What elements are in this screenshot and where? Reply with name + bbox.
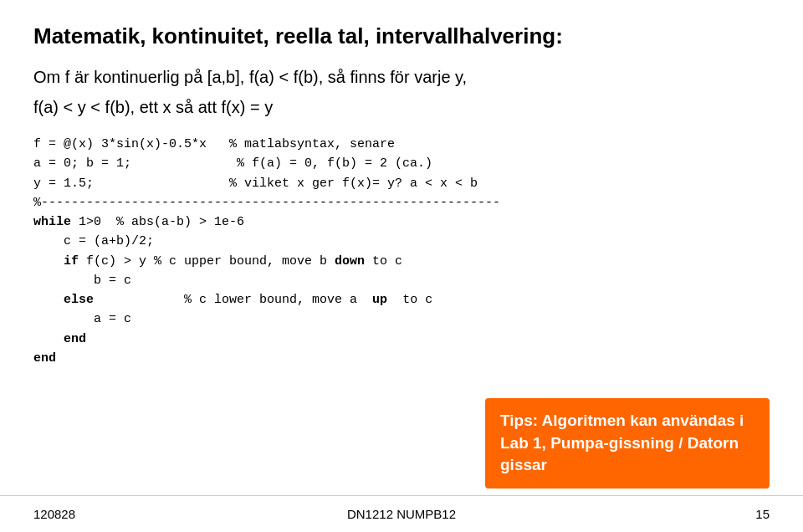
footer-left: 120828 (0, 507, 279, 521)
code-end2: end (33, 349, 770, 368)
code-end1: end (33, 330, 770, 349)
footer-right: 15 (524, 507, 803, 521)
theorem-line1: Om f är kontinuerlig på [a,b], f(a) < f(… (33, 64, 770, 90)
code-line-y: y = 1.5; % vilket x ger f(x)= y? a < x <… (33, 174, 770, 193)
slide-title: Matematik, kontinuitet, reella tal, inte… (33, 23, 770, 49)
slide-content: Matematik, kontinuitet, reella tal, inte… (0, 0, 803, 368)
footer-center: DN1212 NUMPB12 (279, 507, 524, 521)
code-line-f: f = @(x) 3*sin(x)-0.5*x % matlabsyntax, … (33, 135, 770, 154)
bottom-bar: 120828 DN1212 NUMPB12 15 (0, 495, 803, 532)
code-block: f = @(x) 3*sin(x)-0.5*x % matlabsyntax, … (33, 135, 770, 368)
code-divider: %---------------------------------------… (33, 193, 770, 212)
code-line-a: a = 0; b = 1; % f(a) = 0, f(b) = 2 (ca.) (33, 154, 770, 173)
theorem-line2: f(a) < y < f(b), ett x så att f(x) = y (33, 95, 770, 120)
code-b: b = c (33, 271, 770, 290)
code-else: else % c lower bound, move a up to c (33, 290, 770, 309)
code-a: a = c (33, 309, 770, 329)
code-c: c = (a+b)/2; (33, 232, 770, 251)
code-if: if f(c) > y % c upper bound, move b down… (33, 252, 770, 271)
code-while: while 1>0 % abs(a-b) > 1e-6 (33, 212, 770, 232)
tip-box: Tips: Algoritmen kan användas i Lab 1, P… (485, 398, 770, 489)
